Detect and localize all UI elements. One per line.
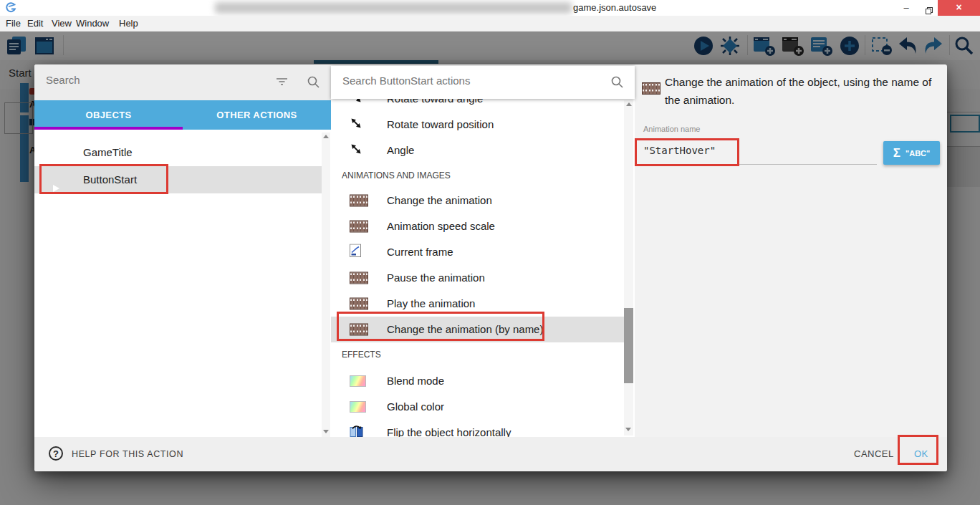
action-label: Change the animation xyxy=(387,188,492,213)
abc-label: "ABC" xyxy=(905,149,930,158)
film-strip-icon xyxy=(350,324,368,336)
restore-icon xyxy=(926,7,933,14)
close-button[interactable]: × xyxy=(938,0,980,16)
film-strip-icon xyxy=(350,298,368,310)
scrollbar-thumb[interactable] xyxy=(624,308,633,383)
flip-horizontal-icon xyxy=(350,425,363,438)
menu-window[interactable]: Window xyxy=(76,18,109,29)
current-frame-icon xyxy=(350,244,362,261)
action-item[interactable]: Rotate toward position xyxy=(331,112,625,138)
action-item[interactable]: Angle xyxy=(331,138,625,163)
restore-button[interactable] xyxy=(920,0,938,16)
color-swatch-icon xyxy=(350,375,366,387)
objects-list: GameTitle ButtonStart xyxy=(34,130,331,437)
film-strip-icon xyxy=(350,221,368,233)
object-name: GameTitle xyxy=(83,139,133,166)
actions-search-input[interactable] xyxy=(342,74,579,87)
filter-icon[interactable] xyxy=(275,76,289,87)
object-name: ButtonStart xyxy=(83,166,137,193)
objects-search-bar xyxy=(34,64,331,100)
objects-list-scrollbar[interactable] xyxy=(322,133,330,437)
action-section-header: ANIMATIONS AND IMAGES xyxy=(342,163,621,188)
document-title: game.json.autosave xyxy=(573,2,656,13)
sigma-icon: Σ xyxy=(893,146,900,160)
object-row-gametitle[interactable]: GameTitle xyxy=(34,139,322,166)
scroll-down-icon[interactable] xyxy=(323,430,329,433)
action-item[interactable]: Play the animation xyxy=(331,291,625,317)
animation-name-input[interactable]: "StartHover" xyxy=(643,141,873,160)
action-section-header: EFFECTS xyxy=(342,342,621,367)
action-label: Rotate toward position xyxy=(387,112,494,138)
action-label: Pause the animation xyxy=(387,265,485,291)
scroll-up-icon[interactable] xyxy=(626,102,632,106)
object-row-buttonstart[interactable]: ButtonStart xyxy=(34,166,322,193)
action-label: Global color xyxy=(387,394,444,420)
animation-name-label: Animation name xyxy=(643,125,701,133)
dialog-footer: ? HELP FOR THIS ACTION CANCEL OK xyxy=(34,437,947,471)
minimize-button[interactable]: – xyxy=(895,0,917,16)
film-strip-icon xyxy=(642,82,660,95)
scroll-up-icon[interactable] xyxy=(323,135,329,138)
menu-file[interactable]: File xyxy=(6,18,21,29)
objects-tab-bar: OBJECTS OTHER ACTIONS xyxy=(34,100,331,130)
rotate-icon xyxy=(350,99,362,107)
menu-view[interactable]: View xyxy=(52,18,72,29)
action-item[interactable]: Pause the animation xyxy=(331,265,625,291)
help-button[interactable]: HELP FOR THIS ACTION xyxy=(72,437,183,471)
expression-editor-button[interactable]: Σ "ABC" xyxy=(883,141,940,165)
action-item[interactable]: Global color xyxy=(331,394,625,420)
menu-bar: File Edit View Window Help xyxy=(0,16,980,32)
action-item-selected[interactable]: Change the animation (by name) xyxy=(331,317,625,342)
scroll-down-icon[interactable] xyxy=(625,428,631,431)
tab-objects[interactable]: OBJECTS xyxy=(34,100,183,130)
help-circle-icon[interactable]: ? xyxy=(49,446,63,461)
tab-other-actions[interactable]: OTHER ACTIONS xyxy=(183,100,331,130)
redacted-title-text xyxy=(215,2,572,14)
search-icon[interactable] xyxy=(307,75,321,90)
actions-list-scrollbar[interactable] xyxy=(624,100,633,436)
action-label: Change the animation (by name) xyxy=(387,317,543,342)
gdevelop-logo-icon xyxy=(5,2,16,14)
action-item[interactable]: Animation speed scale xyxy=(331,213,625,239)
action-item[interactable]: Current frame xyxy=(331,239,625,265)
rotate-icon xyxy=(350,143,362,158)
action-item[interactable]: Rotate toward angle xyxy=(331,99,625,112)
actions-list: Rotate toward angle Rotate toward positi… xyxy=(331,99,635,437)
action-item[interactable]: Flip the object horizontally xyxy=(331,420,625,437)
objects-search-input[interactable] xyxy=(46,74,261,86)
action-label: Animation speed scale xyxy=(387,213,495,239)
menu-help[interactable]: Help xyxy=(119,18,138,29)
action-label: Current frame xyxy=(387,239,453,265)
search-icon[interactable] xyxy=(610,75,625,90)
title-bar: game.json.autosave – × xyxy=(0,0,980,16)
input-underline xyxy=(643,164,877,165)
action-label: Angle xyxy=(387,138,414,163)
film-strip-icon xyxy=(350,272,368,284)
action-item[interactable]: Blend mode xyxy=(331,368,625,394)
menu-edit[interactable]: Edit xyxy=(27,18,43,29)
cancel-button[interactable]: CANCEL xyxy=(847,437,901,471)
action-description: Change the animation of the object, usin… xyxy=(665,74,947,109)
color-swatch-icon xyxy=(350,401,366,413)
action-label: Rotate toward angle xyxy=(387,99,483,112)
action-label: Blend mode xyxy=(387,368,444,394)
actions-search-bar xyxy=(331,66,635,99)
action-editor-dialog: OBJECTS OTHER ACTIONS GameTitle ButtonSt… xyxy=(34,64,947,471)
action-item[interactable]: Change the animation xyxy=(331,188,625,213)
action-label: Flip the object horizontally xyxy=(387,420,511,437)
rotate-icon xyxy=(350,117,362,133)
ok-button[interactable]: OK xyxy=(905,437,937,471)
action-label: Play the animation xyxy=(387,291,475,317)
film-strip-icon xyxy=(350,195,368,207)
